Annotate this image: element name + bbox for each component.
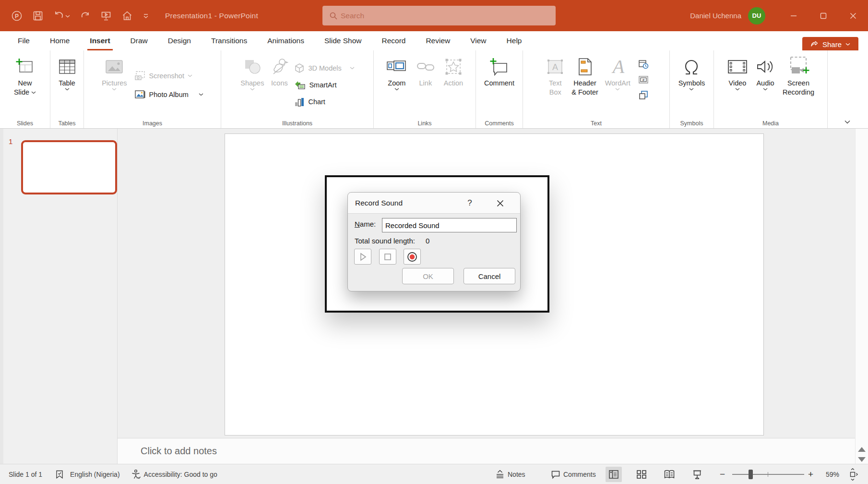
cancel-button[interactable]: Cancel (464, 268, 515, 284)
maximize-button[interactable] (809, 0, 838, 31)
dialog-help-button[interactable]: ? (463, 193, 476, 214)
tab-view[interactable]: View (460, 31, 496, 50)
video-button[interactable]: Video (725, 55, 750, 91)
comment-icon (489, 55, 509, 79)
group-label-images: Images (84, 120, 221, 127)
video-icon (727, 55, 748, 79)
search-input[interactable]: Search (322, 6, 556, 25)
chevron-down-icon (31, 91, 36, 94)
panel-scroll-gutter[interactable] (0, 129, 3, 464)
dialog-close-button[interactable] (492, 193, 508, 214)
action-icon (444, 55, 463, 79)
accessibility-button[interactable]: Accessibility: Good to go (131, 469, 217, 480)
accessibility-icon (131, 469, 141, 480)
notes-toggle[interactable]: Notes (495, 464, 525, 484)
next-slide-button[interactable] (856, 455, 867, 463)
svg-text:A: A (611, 57, 625, 76)
normal-view-button[interactable] (606, 467, 622, 482)
zoom-slider-midpoint (768, 472, 768, 477)
chart-button[interactable]: Chart (292, 95, 356, 109)
tab-design[interactable]: Design (158, 31, 201, 50)
notes-pane[interactable]: Click to add notes (118, 438, 868, 464)
record-button[interactable] (404, 249, 421, 265)
comments-icon (551, 470, 560, 479)
new-slide-button[interactable]: New Slide (12, 55, 38, 97)
comment-button[interactable]: Comment (482, 55, 517, 88)
photo-album-button[interactable]: Photo Album (132, 87, 205, 102)
zoom-out-button[interactable]: − (720, 464, 725, 484)
tab-animations[interactable]: Animations (257, 31, 314, 50)
zoom-slider-thumb[interactable] (749, 470, 753, 479)
comments-toggle[interactable]: Comments (551, 464, 596, 484)
chevron-down-icon (735, 88, 740, 91)
fit-slide-to-window-button[interactable] (845, 468, 860, 481)
slide-number-button[interactable]: # (638, 74, 649, 85)
share-button[interactable]: Share (802, 37, 858, 52)
vertical-scrollbar[interactable] (855, 129, 868, 464)
zoom-level[interactable]: 59% (818, 464, 839, 484)
share-icon (810, 41, 819, 48)
collapse-ribbon-button[interactable] (841, 117, 854, 127)
chevron-down-icon (394, 88, 399, 91)
zoom-in-button[interactable]: + (808, 464, 813, 484)
minimize-button[interactable] (779, 0, 809, 31)
ribbon: New Slide Slides Table Tables (0, 50, 868, 129)
user-name: Daniel Uchenna (690, 12, 741, 20)
screen-recording-button[interactable]: Screen Recording (780, 55, 817, 97)
tab-insert[interactable]: Insert (80, 31, 120, 50)
home-icon[interactable] (120, 9, 134, 23)
spellcheck-button[interactable] (55, 470, 64, 479)
reading-view-button[interactable] (661, 467, 678, 482)
slide-thumbnail[interactable] (21, 140, 117, 194)
zoom-button[interactable]: Zoom (384, 55, 410, 91)
group-label-comments: Comments (476, 120, 523, 127)
photo-album-icon (134, 90, 146, 99)
object-button[interactable] (638, 89, 649, 101)
tab-transitions[interactable]: Transitions (201, 31, 257, 50)
chevron-down-icon (763, 88, 768, 91)
audio-button[interactable]: Audio (753, 55, 777, 91)
icons-button: Icons (267, 55, 291, 88)
sound-name-input[interactable] (382, 218, 517, 232)
ribbon-tab-bar: File Home Insert Draw Design Transitions… (0, 31, 868, 50)
save-icon[interactable] (31, 9, 45, 23)
zoom-slider-track[interactable] (732, 474, 804, 475)
tab-review[interactable]: Review (416, 31, 460, 50)
header-footer-button[interactable]: Header & Footer (569, 55, 601, 97)
ribbon-group-illustrations: Shapes Icons 3D Models SmartArt (221, 50, 374, 128)
language-button[interactable]: English (Nigeria) (70, 471, 119, 478)
powerpoint-logo-icon[interactable]: P (10, 9, 24, 23)
status-bar: Slide 1 of 1 English (Nigeria) Accessibi… (0, 464, 868, 484)
date-time-button[interactable] (638, 59, 649, 70)
maximize-icon (820, 12, 827, 20)
undo-icon[interactable] (52, 9, 71, 23)
customize-qat-chevron-icon[interactable] (141, 9, 151, 23)
tab-slide-show[interactable]: Slide Show (314, 31, 372, 50)
slide-sorter-view-button[interactable] (633, 467, 650, 482)
smartart-button[interactable]: SmartArt (292, 78, 356, 92)
chevron-down-icon (250, 88, 255, 91)
tab-record[interactable]: Record (371, 31, 416, 50)
tab-home[interactable]: Home (40, 31, 80, 50)
ribbon-group-comments: Comment Comments (476, 50, 523, 128)
scroll-down-icon (857, 456, 867, 463)
window-title: Presentation1 - PowerPoint (165, 0, 258, 31)
slideshow-icon (692, 470, 702, 479)
group-label-links: Links (374, 120, 476, 127)
table-button[interactable]: Table (56, 55, 79, 91)
close-button[interactable] (838, 0, 868, 31)
ok-button: OK (402, 268, 454, 284)
ribbon-group-media: Video Audio Screen Recording Media (714, 50, 828, 128)
redo-icon[interactable] (78, 9, 92, 23)
slideshow-view-button[interactable] (689, 467, 705, 482)
tab-draw[interactable]: Draw (120, 31, 158, 50)
tab-help[interactable]: Help (497, 31, 532, 50)
avatar[interactable]: DU (748, 7, 765, 24)
icons-duck-icon (270, 55, 289, 79)
symbols-button[interactable]: Symbols (676, 55, 708, 91)
tab-file[interactable]: File (8, 31, 40, 50)
previous-slide-button[interactable] (856, 446, 867, 454)
zoom-slides-icon (386, 55, 407, 79)
dialog-title: Record Sound (355, 199, 403, 207)
start-slideshow-icon[interactable] (99, 9, 113, 23)
